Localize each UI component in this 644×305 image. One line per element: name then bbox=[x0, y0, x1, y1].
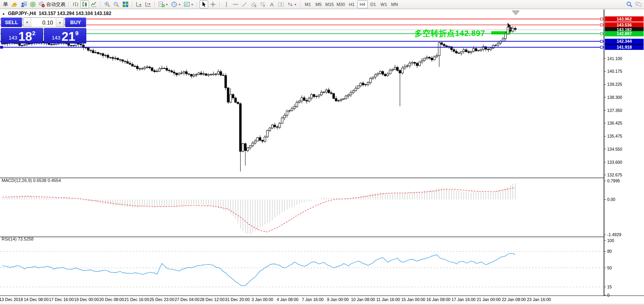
crosshair-button[interactable] bbox=[209, 0, 217, 8]
buy-price-display[interactable]: 143219 bbox=[44, 28, 86, 44]
candle-body bbox=[340, 100, 342, 101]
search-button[interactable] bbox=[625, 0, 634, 8]
text-button[interactable]: A bbox=[268, 0, 276, 8]
sell-price-display[interactable]: 143182 bbox=[1, 28, 43, 44]
arrows-button[interactable]: ▼ bbox=[286, 0, 298, 8]
timeframe-m30-button[interactable]: M30 bbox=[335, 0, 346, 8]
candle-body bbox=[463, 50, 465, 52]
timeframe-h4-button[interactable]: H4 bbox=[357, 0, 368, 8]
candle-body bbox=[453, 49, 455, 51]
new-order-button[interactable]: 单 bbox=[1, 0, 10, 8]
candle-body bbox=[391, 69, 393, 70]
candle-body bbox=[176, 73, 178, 75]
vertical-line-button[interactable] bbox=[222, 0, 231, 8]
line-handle[interactable] bbox=[600, 46, 603, 48]
candle-body bbox=[490, 48, 492, 50]
vertical-line-icon bbox=[223, 1, 230, 8]
candle-body bbox=[428, 57, 430, 58]
candle-body bbox=[318, 95, 320, 97]
tile-windows-button[interactable] bbox=[121, 0, 130, 8]
zoom-in-button[interactable] bbox=[103, 0, 112, 8]
candle-body bbox=[465, 50, 467, 52]
text-label-button[interactable]: T bbox=[277, 0, 285, 8]
bar-chart-button[interactable] bbox=[71, 0, 80, 8]
templates-button[interactable]: ▼ bbox=[182, 0, 195, 8]
sell-button[interactable]: SELL bbox=[1, 17, 22, 27]
candle-body bbox=[475, 49, 477, 51]
trendline-button[interactable] bbox=[240, 0, 249, 8]
price-chart[interactable]: 141.100140.175139.225138.300137.350136.4… bbox=[0, 9, 644, 305]
chart-shift-button[interactable] bbox=[144, 0, 152, 8]
line-handle[interactable] bbox=[600, 24, 603, 26]
candle-body bbox=[114, 58, 116, 59]
volume-decrease-button[interactable]: ▼ bbox=[23, 18, 31, 27]
candle-body bbox=[384, 74, 386, 76]
line-chart-button[interactable] bbox=[89, 0, 98, 8]
market-watch-button[interactable] bbox=[19, 0, 28, 8]
price-tag-label: 142.897 bbox=[617, 31, 632, 36]
add-indicator-icon bbox=[158, 1, 165, 8]
timeframe-w1-button[interactable]: W1 bbox=[379, 0, 389, 8]
axis-tick-label: 0.00 bbox=[607, 197, 616, 202]
candlestick-chart-button[interactable] bbox=[80, 0, 89, 8]
timeframe-m5-button[interactable]: M5 bbox=[313, 0, 324, 8]
horizontal-line-button[interactable] bbox=[231, 0, 240, 8]
price-tag-label: 143.536 bbox=[617, 23, 632, 27]
candle-body bbox=[207, 75, 209, 76]
candle-body bbox=[446, 46, 448, 47]
volume-input[interactable]: 0.10 bbox=[31, 18, 56, 27]
autotrading-button[interactable]: 自动交易 bbox=[38, 0, 66, 8]
equidistant-channel-button[interactable]: E bbox=[249, 0, 258, 8]
line-handle-left[interactable] bbox=[0, 46, 3, 49]
sell-price-figure: 143 bbox=[9, 35, 17, 41]
candle-body bbox=[4, 44, 6, 44]
candle-body bbox=[144, 67, 146, 69]
sell-price-pips: 18 bbox=[18, 31, 32, 42]
timeframe-d1-button[interactable]: D1 bbox=[368, 0, 378, 8]
candle-body bbox=[151, 68, 153, 70]
zoom-out-button[interactable] bbox=[112, 0, 121, 8]
candle-body bbox=[473, 49, 475, 51]
candle-body bbox=[222, 75, 224, 76]
timeframe-m15-button[interactable]: M15 bbox=[324, 0, 335, 8]
candle-body bbox=[149, 67, 151, 68]
chat-button[interactable] bbox=[634, 0, 643, 8]
candle-body bbox=[505, 34, 507, 39]
axis-tick-label: 132.675 bbox=[607, 172, 622, 177]
sell-button-label: SELL bbox=[5, 19, 18, 25]
candle-body bbox=[117, 58, 119, 60]
candle-body bbox=[210, 75, 212, 75]
volume-increase-button[interactable]: ▲ bbox=[56, 18, 64, 27]
timeframe-h1-button[interactable]: H1 bbox=[347, 0, 357, 8]
periods-button[interactable]: ▼ bbox=[170, 0, 182, 8]
candle-body bbox=[161, 68, 163, 69]
signals-button[interactable] bbox=[28, 0, 37, 8]
gold-ingot-button[interactable] bbox=[10, 0, 19, 8]
chart-shift-marker[interactable] bbox=[512, 11, 519, 15]
chart-annotation[interactable]: 多空转折点142.897 bbox=[414, 28, 485, 39]
axis-tick-label: 50 bbox=[607, 265, 612, 270]
line-chart-icon bbox=[91, 1, 97, 8]
cursor-button[interactable] bbox=[199, 0, 208, 8]
timeframe-mn-button[interactable]: MN bbox=[389, 0, 400, 8]
buy-button[interactable]: BUY bbox=[65, 17, 86, 27]
candle-body bbox=[107, 55, 109, 57]
axis-tick-label: 136.425 bbox=[607, 121, 622, 125]
line-handle[interactable] bbox=[600, 40, 603, 43]
fibonacci-button[interactable]: F bbox=[258, 0, 267, 8]
buy-price-point: 9 bbox=[75, 30, 78, 36]
one-click-trading-panel: SELL ▼ 0.10 ▲ BUY 143182 143219 bbox=[1, 17, 86, 44]
horizontal-line-icon bbox=[232, 1, 239, 8]
indicators-button[interactable]: ▼ bbox=[157, 0, 169, 8]
auto-scroll-button[interactable] bbox=[135, 0, 143, 8]
candle-body bbox=[303, 98, 305, 100]
time-axis-label: 16 Jan 08:00 bbox=[426, 297, 450, 302]
candle-body bbox=[26, 44, 28, 45]
collapse-panel-icon[interactable]: ▲ bbox=[2, 12, 5, 15]
timeframe-m1-button[interactable]: M1 bbox=[303, 0, 313, 8]
time-axis-label: 14 Dec 08:00 bbox=[24, 297, 49, 302]
fibonacci-icon: F bbox=[260, 1, 266, 8]
toolbar-separator bbox=[100, 2, 101, 8]
line-handle[interactable] bbox=[600, 18, 603, 20]
line-handle[interactable] bbox=[600, 32, 603, 35]
